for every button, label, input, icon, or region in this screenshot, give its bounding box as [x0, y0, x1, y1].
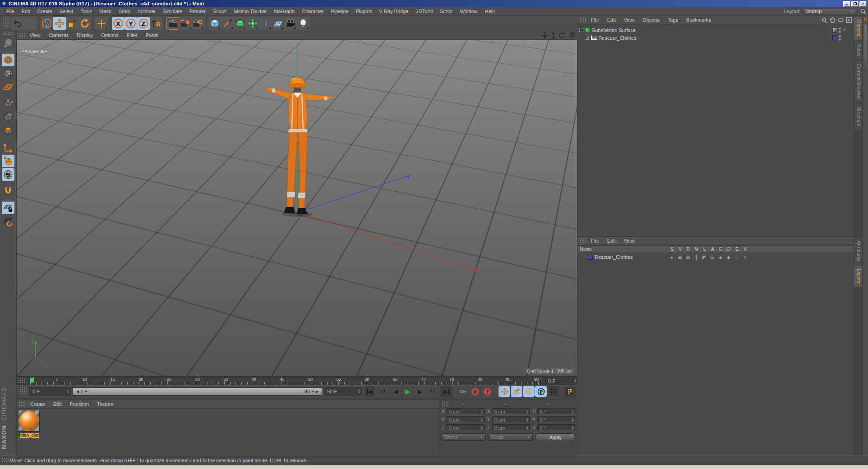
object-manager-menu-item[interactable]: File [587, 16, 603, 23]
layout-dropdown[interactable]: Startup▼ [803, 8, 857, 14]
layer-column-header[interactable]: G [716, 247, 725, 252]
preview-range-slider[interactable]: ◀ 0 F 90 F ▶ [73, 387, 322, 395]
enabled-check-icon[interactable]: ✓ [842, 27, 846, 33]
menu-item[interactable]: Create [34, 8, 56, 15]
palette-grip[interactable] [2, 32, 14, 36]
position-z-field[interactable]: 0 cm▲▼ [447, 424, 485, 431]
layer-toggle-icon[interactable]: ▤ [708, 255, 716, 260]
palette-handle[interactable] [864, 23, 867, 70]
palette-dots-icon[interactable] [863, 17, 868, 21]
z-axis-lock-button[interactable]: Z [137, 17, 150, 30]
range-right-handle[interactable]: ▶ [314, 390, 320, 394]
next-frame-button[interactable]: ▶ [414, 386, 426, 397]
record-keyframe-button[interactable] [457, 386, 469, 397]
key-rotation-toggle[interactable] [523, 386, 535, 397]
size-z-field[interactable]: 0 cm▲▼ [492, 424, 530, 431]
size-x-field[interactable]: 0 cm▲▼ [492, 408, 530, 415]
ruler-grip[interactable] [18, 377, 25, 384]
render-to-picture-viewer-button[interactable] [179, 17, 192, 30]
key-scale-toggle[interactable] [511, 386, 522, 397]
undo-button[interactable] [11, 17, 24, 30]
viewport-rotate-icon[interactable] [559, 32, 565, 39]
rotation-h-field[interactable]: 0 °▲▼ [537, 408, 575, 415]
range-left-handle[interactable]: ◀ [75, 390, 80, 394]
timeline-ruler[interactable]: 051015202530354045505560657075808590 0 F… [16, 376, 577, 385]
material-thumbnail[interactable] [18, 410, 40, 432]
menu-item[interactable]: Sculpt [209, 8, 231, 15]
layer-toggle-icon[interactable]: ┠ [692, 255, 700, 260]
menu-item[interactable]: Render [186, 8, 209, 15]
material-item[interactable]: Man_clot [18, 410, 41, 440]
viewport-menu-item[interactable]: View [26, 32, 45, 39]
layer-toggle-icon[interactable]: ◈ [716, 255, 725, 260]
layer-column-header[interactable]: A [708, 247, 716, 252]
spinner-arrows-icon[interactable]: ▲▼ [65, 389, 70, 394]
previous-frame-button[interactable]: ◀ [390, 386, 402, 397]
y-axis-lock-button[interactable]: Y [125, 17, 137, 30]
spinner-arrows-icon[interactable]: ▲▼ [356, 389, 361, 394]
object-manager-menu-item[interactable]: View [620, 16, 639, 23]
menu-item[interactable]: 3DToAll [412, 8, 436, 15]
goto-end-button[interactable]: ▶ [440, 386, 452, 397]
add-camera-button[interactable] [284, 17, 297, 30]
collapse-icon[interactable]: − [579, 28, 583, 32]
layer-color-swatch[interactable] [832, 35, 837, 40]
eye-icon[interactable] [838, 18, 844, 22]
rotation-b-field[interactable]: 0 °▲▼ [537, 424, 575, 431]
viewport-zoom-icon[interactable] [550, 32, 557, 39]
add-panel-icon[interactable] [846, 17, 852, 23]
goto-start-button[interactable]: ◀ [364, 386, 375, 397]
material-menu-item[interactable]: Function [66, 400, 93, 408]
tab-content-browser[interactable]: Content Browser [854, 60, 862, 103]
layer-manager-grip[interactable] [579, 238, 586, 244]
spinner-arrows-icon[interactable]: ▲▼ [573, 379, 577, 383]
enable-snap-button[interactable] [2, 185, 14, 198]
layer-name[interactable]: Rescuer_Clothes [595, 254, 633, 260]
tab-attributes[interactable]: Attributes [854, 238, 862, 265]
coords-grip[interactable] [441, 401, 448, 407]
layer-column-header[interactable]: E [733, 247, 741, 252]
menu-item[interactable]: Window [456, 8, 481, 15]
object-row-subdivision-surface[interactable]: − Subdivision Surface ✓ [577, 26, 854, 34]
position-x-field[interactable]: 0 cm▲▼ [447, 408, 485, 415]
menu-item[interactable]: Tools [77, 8, 96, 15]
expand-icon[interactable]: + [585, 36, 589, 40]
tab-takes[interactable]: Takes [854, 41, 862, 60]
add-light-button[interactable] [297, 17, 309, 30]
x-axis-lock-button[interactable]: X [112, 17, 125, 30]
layer-column-header[interactable]: R [684, 247, 692, 252]
layer-menu-item[interactable]: Edit [603, 237, 620, 244]
add-cube-primitive-button[interactable] [208, 17, 221, 30]
layer-column-header[interactable]: D [725, 247, 733, 252]
position-y-field[interactable]: 0 cm▲▼ [447, 416, 485, 423]
menu-item[interactable]: Animate [134, 8, 159, 15]
rotate-tool[interactable] [78, 17, 91, 30]
material-menu-item[interactable]: Texture [93, 400, 117, 408]
menu-item[interactable]: Character [298, 8, 327, 15]
layer-toggle-icon[interactable]: × [741, 255, 749, 260]
status-grip[interactable] [1, 457, 9, 463]
play-button[interactable]: ▶ [402, 386, 414, 397]
layer-menu-item[interactable]: File [587, 237, 603, 244]
timeline-window-button[interactable] [564, 386, 576, 397]
object-manager-menu-item[interactable]: Edit [603, 16, 620, 23]
tab-structure[interactable]: Structure [854, 104, 862, 130]
search-icon[interactable] [822, 17, 827, 23]
layer-assign-icon[interactable] [832, 28, 837, 32]
visibility-dots-icon[interactable] [839, 28, 841, 33]
points-mode-button[interactable] [2, 97, 14, 110]
keyframe-selection-objects-button[interactable] [547, 386, 559, 397]
viewport-menu-item[interactable]: Options [97, 32, 122, 39]
home-icon[interactable] [830, 17, 836, 23]
size-y-field[interactable]: 0 cm▲▼ [492, 416, 530, 423]
perspective-viewport[interactable]: Y Perspective Grid Spacing : 100 cm [16, 40, 577, 376]
add-spline-pen-button[interactable] [221, 17, 234, 30]
material-menu-item[interactable]: Create [26, 400, 49, 408]
workplane-mode-button[interactable] [2, 81, 14, 93]
previous-key-button[interactable]: ↺ [378, 386, 389, 397]
object-manager-menu-item[interactable]: Objects [638, 16, 663, 23]
frame-end-field[interactable]: 90 F ▲▼ [324, 387, 362, 395]
layer-toggle-icon[interactable]: ● [668, 255, 676, 260]
name-column-header[interactable]: Name [577, 247, 668, 252]
toolbar-grip[interactable] [2, 17, 9, 28]
